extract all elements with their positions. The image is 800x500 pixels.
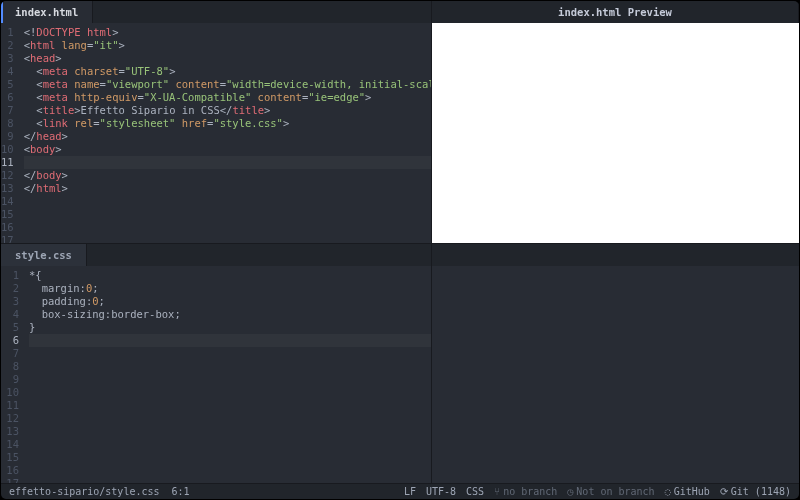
status-grammar[interactable]: CSS — [466, 486, 484, 497]
tab-label: style.css — [15, 249, 72, 261]
tab-index-html[interactable]: index.html — [1, 1, 93, 23]
status-github[interactable]: GitHub — [665, 486, 710, 497]
empty-editor[interactable] — [432, 266, 799, 483]
tab-label: index.html Preview — [558, 6, 672, 18]
empty-pane — [431, 243, 799, 483]
status-git[interactable]: Git (1148) — [720, 486, 791, 497]
bottom-panes: style.css 123456789101112131415161718 *{… — [1, 243, 799, 483]
tab-label: index.html — [15, 6, 78, 18]
status-file-path[interactable]: effetto-sipario/style.css — [9, 486, 160, 497]
code-editor-css[interactable]: 123456789101112131415161718 *{ margin:0;… — [1, 266, 431, 483]
tab-bar-empty — [432, 244, 799, 266]
code-body[interactable]: *{ margin:0; padding:0; box-sizing:borde… — [25, 266, 431, 483]
editor-window: index.html 123456789101112131415161718 <… — [0, 0, 800, 500]
top-panes: index.html 123456789101112131415161718 <… — [1, 1, 799, 243]
status-branch[interactable]: no branch — [494, 486, 557, 497]
status-cursor-pos[interactable]: 6:1 — [172, 486, 190, 497]
status-bar: effetto-sipario/style.css 6:1 LF UTF-8 C… — [1, 483, 799, 499]
status-eol[interactable]: LF — [404, 486, 416, 497]
code-editor-html[interactable]: 123456789101112131415161718 <!DOCTYPE ht… — [1, 23, 431, 243]
status-encoding[interactable]: UTF-8 — [426, 486, 456, 497]
tab-bar: index.html Preview — [432, 1, 799, 23]
tab-style-css[interactable]: style.css — [1, 244, 87, 266]
editor-pane-css: style.css 123456789101112131415161718 *{… — [1, 243, 431, 483]
html-preview[interactable] — [432, 23, 799, 243]
status-commit[interactable]: Not on branch — [567, 486, 654, 497]
tab-bar: index.html — [1, 1, 431, 23]
tab-preview[interactable]: index.html Preview — [432, 1, 799, 23]
gutter: 123456789101112131415161718 — [1, 266, 25, 483]
editor-pane-html: index.html 123456789101112131415161718 <… — [1, 1, 431, 243]
gutter: 123456789101112131415161718 — [1, 23, 20, 243]
preview-pane: index.html Preview — [431, 1, 799, 243]
code-body[interactable]: <!DOCTYPE html><html lang="it"><head> <m… — [20, 23, 431, 243]
tab-bar: style.css — [1, 244, 431, 266]
